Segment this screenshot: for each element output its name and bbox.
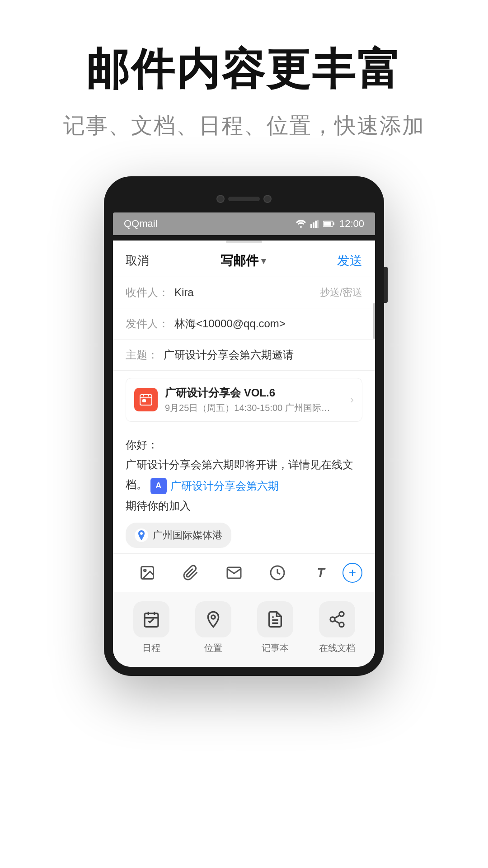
phone-mockup: QQmail [104, 176, 384, 676]
svg-line-27 [334, 620, 339, 623]
phone-camera-2 [263, 195, 272, 203]
location-pin-icon [135, 528, 148, 542]
email-toolbar-button[interactable] [212, 561, 256, 585]
signal-icon [310, 220, 319, 228]
svg-rect-6 [324, 222, 331, 226]
subject-value: 广研设计分享会第六期邀请 [164, 348, 362, 362]
svg-rect-4 [317, 220, 319, 228]
more-options-button[interactable]: + [343, 563, 362, 583]
svg-point-0 [300, 226, 302, 228]
send-button[interactable]: 发送 [337, 252, 362, 269]
phone-section: QQmail [104, 167, 384, 868]
doc-icon: A [150, 478, 167, 494]
clock-icon [269, 565, 286, 581]
notes-label: 记事本 [262, 642, 289, 654]
onlinedoc-icon-wrap [319, 601, 355, 637]
calendar-info: 广研设计分享会 VOL.6 9月25日（周五）14:30-15:00 广州国际… [165, 386, 343, 414]
hero-section: 邮件内容更丰富 记事、文档、日程、位置，快速添加 [0, 0, 488, 167]
dropdown-arrow-icon: ▾ [261, 255, 266, 266]
attachment-toolbar-button[interactable] [169, 561, 212, 585]
email-line1: 广研设计分享会第六期即将开讲，详情见在线文 [126, 456, 362, 473]
location-map-icon [204, 610, 222, 628]
subject-field[interactable]: 主题： 广研设计分享会第六期邀请 [113, 340, 375, 371]
compose-title: 写邮件 ▾ [221, 252, 266, 269]
svg-rect-2 [313, 222, 314, 228]
location-icon-wrap [195, 601, 231, 637]
doc-link-text: 广研设计分享会第六期 [170, 477, 279, 495]
svg-rect-3 [315, 221, 317, 228]
wifi-icon [296, 220, 306, 228]
svg-point-24 [339, 612, 344, 616]
schedule-calendar-icon [142, 610, 160, 628]
onlinedoc-action[interactable]: 在线文档 [319, 601, 355, 654]
text-format-icon: T [317, 566, 324, 580]
phone-top-bar [113, 185, 375, 212]
notes-icon-wrap [257, 601, 293, 637]
email-line3: 期待你的加入 [126, 497, 362, 514]
page-container: 邮件内容更丰富 记事、文档、日程、位置，快速添加 QQmail [0, 0, 488, 868]
sender-label: 发件人： [126, 316, 169, 331]
onlinedoc-share-icon [328, 610, 346, 628]
sender-field[interactable]: 发件人： 林海<10000@qq.com> [113, 308, 375, 340]
calendar-icon [134, 388, 158, 411]
email-compose: 取消 写邮件 ▾ 发送 收件人： Kira 抄送/密送 发件人： 林海<10 [113, 241, 375, 667]
phone-camera-area [216, 195, 272, 203]
svg-rect-8 [140, 395, 152, 405]
svg-point-25 [330, 617, 335, 622]
email-body[interactable]: 你好： 广研设计分享会第六期即将开讲，详情见在线文 档。 A 广研设计分享会第六… [113, 429, 375, 553]
plus-icon: + [349, 566, 356, 580]
status-bar: QQmail [113, 212, 375, 235]
hero-subtitle: 记事、文档、日程、位置，快速添加 [27, 111, 461, 140]
hero-title: 邮件内容更丰富 [27, 45, 461, 93]
phone-side-button [384, 267, 388, 303]
phone-camera [216, 195, 225, 203]
svg-point-26 [339, 622, 344, 627]
status-app-name: QQmail [124, 218, 158, 230]
svg-line-28 [334, 615, 339, 618]
recipient-field[interactable]: 收件人： Kira 抄送/密送 [113, 277, 375, 308]
location-text: 广州国际媒体港 [153, 527, 222, 543]
calendar-attachment[interactable]: 广研设计分享会 VOL.6 9月25日（周五）14:30-15:00 广州国际…… [126, 378, 362, 422]
onlinedoc-label: 在线文档 [319, 642, 355, 654]
compose-toolbar: T + [113, 553, 375, 592]
envelope-icon [226, 565, 242, 581]
recipient-label: 收件人： [126, 285, 169, 300]
scrollbar[interactable] [373, 303, 375, 339]
notes-action[interactable]: 记事本 [257, 601, 293, 654]
compose-nav: 取消 写邮件 ▾ 发送 [113, 243, 375, 277]
sender-value: 林海<10000@qq.com> [174, 316, 362, 331]
svg-point-21 [211, 615, 215, 618]
schedule-label: 日程 [142, 642, 160, 654]
status-time: 12:00 [339, 218, 364, 230]
email-line2: 档。 A 广研设计分享会第六期 [126, 476, 362, 495]
timer-toolbar-button[interactable] [256, 561, 299, 585]
svg-rect-12 [143, 400, 145, 402]
attachment-icon [183, 565, 199, 581]
subject-label: 主题： [126, 348, 158, 362]
notes-document-icon [266, 610, 284, 628]
location-label: 位置 [204, 642, 222, 654]
schedule-action[interactable]: 日程 [133, 601, 169, 654]
doc-link[interactable]: A 广研设计分享会第六期 [150, 477, 279, 495]
status-icons: 12:00 [296, 218, 364, 230]
cancel-button[interactable]: 取消 [126, 253, 149, 269]
calendar-detail: 9月25日（周五）14:30-15:00 广州国际… [165, 402, 343, 414]
svg-rect-7 [333, 222, 334, 225]
phone-speaker [228, 197, 260, 201]
calendar-chevron-right-icon: › [350, 393, 354, 406]
image-icon [139, 565, 155, 581]
text-format-toolbar-button[interactable]: T [299, 561, 343, 585]
svg-point-15 [144, 569, 146, 571]
bottom-actions: 日程 位置 [113, 592, 375, 667]
location-action[interactable]: 位置 [195, 601, 231, 654]
recipient-value: Kira [174, 286, 320, 299]
image-toolbar-button[interactable] [126, 561, 169, 585]
email-greeting: 你好： [126, 436, 362, 453]
battery-icon [323, 221, 335, 227]
svg-rect-1 [310, 224, 312, 228]
schedule-icon-wrap [133, 601, 169, 637]
location-pill[interactable]: 广州国际媒体港 [126, 523, 231, 547]
calendar-title: 广研设计分享会 VOL.6 [165, 386, 343, 400]
svg-point-13 [140, 532, 143, 535]
cc-button[interactable]: 抄送/密送 [320, 286, 362, 299]
